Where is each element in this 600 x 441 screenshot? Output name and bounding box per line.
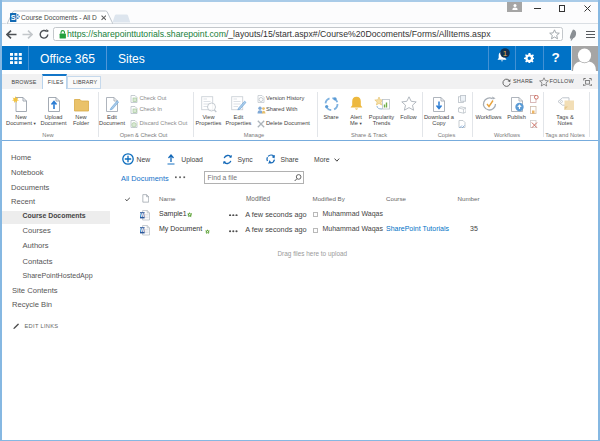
svg-text:1: 1 [503, 48, 508, 57]
svg-text:W: W [140, 212, 145, 218]
svg-text:W: W [140, 227, 145, 233]
svg-text:S: S [11, 13, 16, 22]
